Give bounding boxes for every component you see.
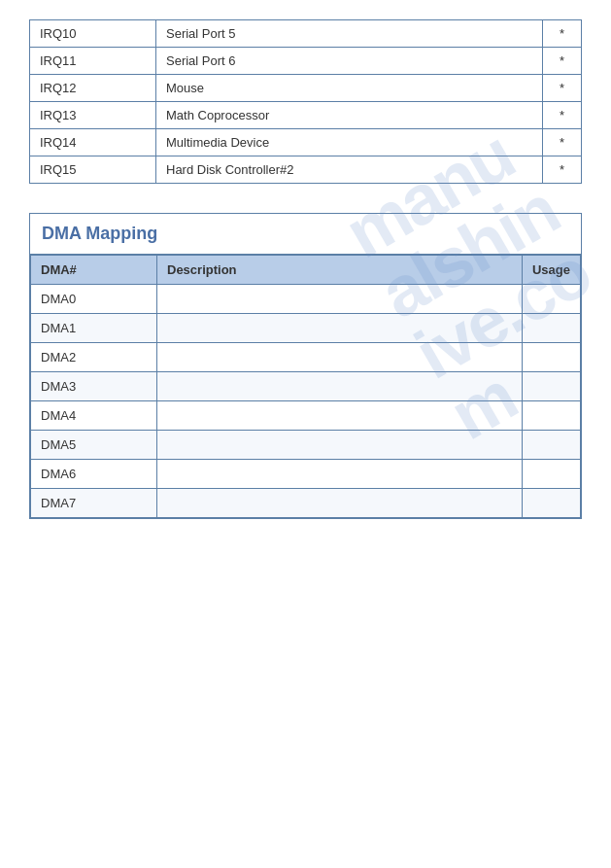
- description-col-header: Description: [157, 256, 523, 285]
- irq-table-row: IRQ10Serial Port 5*: [30, 20, 582, 48]
- dma-usage: [522, 431, 580, 460]
- irq-number: IRQ15: [30, 156, 156, 184]
- irq-usage: *: [543, 102, 582, 129]
- irq-table-row: IRQ15Hard Disk Controller#2*: [30, 156, 582, 184]
- irq-description: Serial Port 6: [156, 48, 543, 75]
- dma-description: [157, 343, 523, 372]
- irq-table-row: IRQ14Multimedia Device*: [30, 129, 582, 156]
- dma-number: DMA1: [31, 314, 157, 343]
- irq-table: IRQ10Serial Port 5*IRQ11Serial Port 6*IR…: [29, 19, 582, 184]
- irq-description: Multimedia Device: [156, 129, 543, 156]
- dma-usage: [522, 372, 580, 401]
- irq-usage: *: [543, 48, 582, 75]
- dma-description: [157, 285, 523, 314]
- irq-usage: *: [543, 75, 582, 102]
- dma-usage: [522, 314, 580, 343]
- dma-table-row: DMA4: [31, 401, 581, 431]
- dma-number: DMA3: [31, 372, 157, 401]
- dma-number: DMA0: [31, 285, 157, 314]
- dma-table-row: DMA1: [31, 314, 581, 343]
- irq-description: Mouse: [156, 75, 543, 102]
- dma-usage: [522, 460, 580, 489]
- dma-table-row: DMA7: [31, 489, 581, 518]
- dma-table-row: DMA3: [31, 372, 581, 401]
- dma-table-row: DMA0: [31, 285, 581, 314]
- dma-usage: [522, 401, 580, 431]
- irq-table-row: IRQ12Mouse*: [30, 75, 582, 102]
- dma-table-row: DMA6: [31, 460, 581, 489]
- dma-table: DMA# Description Usage DMA0DMA1DMA2DMA3D…: [30, 255, 581, 518]
- dma-header-row: DMA# Description Usage: [31, 256, 581, 285]
- irq-number: IRQ14: [30, 129, 156, 156]
- irq-usage: *: [543, 20, 582, 48]
- dma-number: DMA4: [31, 401, 157, 431]
- irq-number: IRQ10: [30, 20, 156, 48]
- irq-description: Serial Port 5: [156, 20, 543, 48]
- dma-number: DMA6: [31, 460, 157, 489]
- dma-usage: [522, 489, 580, 518]
- irq-usage: *: [543, 156, 582, 184]
- dma-description: [157, 401, 523, 431]
- irq-number: IRQ11: [30, 48, 156, 75]
- usage-col-header: Usage: [522, 256, 580, 285]
- irq-number: IRQ12: [30, 75, 156, 102]
- dma-usage: [522, 285, 580, 314]
- dma-col-header: DMA#: [31, 256, 157, 285]
- irq-usage: *: [543, 129, 582, 156]
- irq-description: Math Coprocessor: [156, 102, 543, 129]
- dma-description: [157, 314, 523, 343]
- dma-table-row: DMA2: [31, 343, 581, 372]
- page-content: IRQ10Serial Port 5*IRQ11Serial Port 6*IR…: [0, 0, 611, 538]
- dma-description: [157, 372, 523, 401]
- dma-section: DMA Mapping DMA# Description Usage DMA0D…: [29, 213, 582, 519]
- dma-description: [157, 489, 523, 518]
- irq-table-row: IRQ11Serial Port 6*: [30, 48, 582, 75]
- irq-table-row: IRQ13Math Coprocessor*: [30, 102, 582, 129]
- dma-number: DMA7: [31, 489, 157, 518]
- dma-description: [157, 431, 523, 460]
- irq-description: Hard Disk Controller#2: [156, 156, 543, 184]
- dma-description: [157, 460, 523, 489]
- dma-number: DMA5: [31, 431, 157, 460]
- dma-number: DMA2: [31, 343, 157, 372]
- dma-section-title: DMA Mapping: [30, 214, 581, 255]
- dma-usage: [522, 343, 580, 372]
- dma-table-row: DMA5: [31, 431, 581, 460]
- irq-number: IRQ13: [30, 102, 156, 129]
